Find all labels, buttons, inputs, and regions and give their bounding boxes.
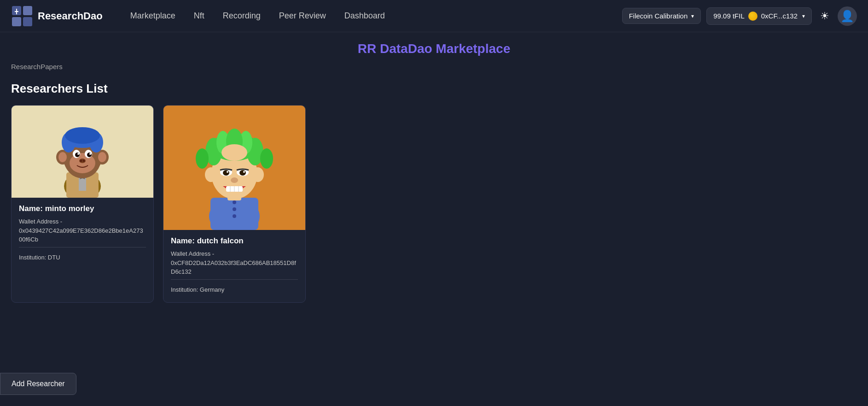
section-title: Researchers List xyxy=(11,82,857,96)
theme-icon: ☀ xyxy=(820,10,829,22)
svg-point-43 xyxy=(196,148,209,169)
svg-point-21 xyxy=(77,153,79,155)
main-section: Researchers List xyxy=(0,74,868,310)
researcher-image-0 xyxy=(12,106,153,198)
avatar-icon: 👤 xyxy=(840,10,854,23)
nav-peer-review[interactable]: Peer Review xyxy=(279,11,326,21)
logo: ResearchDao xyxy=(11,5,103,27)
researcher-info-0: Name: minto morley Wallet Address - 0x04… xyxy=(12,198,153,270)
researcher-image-1 xyxy=(163,106,305,230)
researcher-name-1: Name: dutch falcon xyxy=(171,236,298,246)
researcher-info-1: Name: dutch falcon Wallet Address - 0xCF… xyxy=(163,230,305,302)
svg-point-29 xyxy=(65,127,100,144)
svg-point-13 xyxy=(58,152,67,162)
theme-toggle-button[interactable]: ☀ xyxy=(817,7,832,25)
wallet-address-1: 0xCF8D2Da12A032b3f3EaDC686AB18551D8fD6c1… xyxy=(171,259,296,276)
add-researcher-button[interactable]: Add Researcher xyxy=(0,373,76,395)
researcher-institution-1: Institution: Germany xyxy=(171,279,298,293)
wallet-chevron: ▾ xyxy=(802,13,805,19)
svg-point-48 xyxy=(221,144,247,161)
wallet-address: 0xCF...c132 xyxy=(761,12,798,20)
nav-dashboard[interactable]: Dashboard xyxy=(344,11,385,21)
breadcrumb-text: ResearchPapers xyxy=(11,63,63,71)
svg-point-55 xyxy=(231,177,238,183)
svg-point-38 xyxy=(205,167,217,182)
page-title-bar: RR DataDao Marketplace xyxy=(0,32,868,61)
svg-point-34 xyxy=(233,207,236,211)
svg-point-24 xyxy=(80,160,82,162)
wallet-address-0: 0x0439427C42a099E7E362D86e2Bbe1eA27300f6… xyxy=(19,227,143,243)
researchers-list: Name: minto morley Wallet Address - 0x04… xyxy=(11,105,857,303)
researcher-avatar-1 xyxy=(163,106,305,230)
researcher-wallet-0: Wallet Address - 0x0439427C42a099E7E362D… xyxy=(19,217,146,244)
network-chevron: ▾ xyxy=(691,13,694,19)
wallet-balance[interactable]: 99.09 tFIL 0xCF...c132 ▾ xyxy=(706,7,812,25)
svg-point-22 xyxy=(89,153,91,155)
nav-nft[interactable]: Nft xyxy=(194,11,204,21)
user-avatar-button[interactable]: 👤 xyxy=(838,6,857,26)
header: ResearchDao Marketplace Nft Recording Pe… xyxy=(0,0,868,32)
researcher-name-0: Name: minto morley xyxy=(19,204,146,213)
svg-point-53 xyxy=(227,171,228,173)
svg-point-54 xyxy=(243,171,245,173)
svg-rect-1 xyxy=(23,6,32,15)
researcher-institution-0: Institution: DTU xyxy=(19,247,146,261)
researcher-avatar-0 xyxy=(12,106,153,198)
logo-text: ResearchDao xyxy=(38,10,103,22)
svg-rect-3 xyxy=(23,17,32,26)
nav-marketplace[interactable]: Marketplace xyxy=(130,11,175,21)
svg-point-39 xyxy=(252,167,264,182)
navigation: Marketplace Nft Recording Peer Review Da… xyxy=(130,11,622,21)
svg-point-51 xyxy=(223,170,229,176)
researcher-card-1: Name: dutch falcon Wallet Address - 0xCF… xyxy=(163,105,306,303)
svg-point-33 xyxy=(233,200,236,204)
svg-point-44 xyxy=(260,148,273,169)
researcher-card-0: Name: minto morley Wallet Address - 0x04… xyxy=(11,105,154,303)
wallet-balance-amount: 99.09 tFIL xyxy=(713,12,745,20)
network-selector[interactable]: Filecoin Calibration ▾ xyxy=(622,8,701,24)
svg-point-35 xyxy=(233,214,236,218)
svg-point-15 xyxy=(98,152,106,162)
svg-point-19 xyxy=(75,153,80,157)
header-right: Filecoin Calibration ▾ 99.09 tFIL 0xCF..… xyxy=(622,6,857,26)
svg-point-52 xyxy=(239,170,246,176)
svg-point-20 xyxy=(87,153,92,157)
nav-recording[interactable]: Recording xyxy=(223,11,261,21)
wallet-label-0: Wallet Address - xyxy=(19,218,62,225)
network-label: Filecoin Calibration xyxy=(629,12,688,20)
wallet-circle-icon xyxy=(748,12,757,21)
page-title: RR DataDao Marketplace xyxy=(0,41,868,56)
researcher-wallet-1: Wallet Address - 0xCF8D2Da12A032b3f3EaDC… xyxy=(171,249,298,277)
breadcrumb: ResearchPapers xyxy=(0,61,868,74)
logo-icon xyxy=(11,5,33,27)
wallet-label-1: Wallet Address - xyxy=(171,250,214,257)
svg-point-25 xyxy=(83,160,85,162)
svg-rect-2 xyxy=(12,17,21,26)
